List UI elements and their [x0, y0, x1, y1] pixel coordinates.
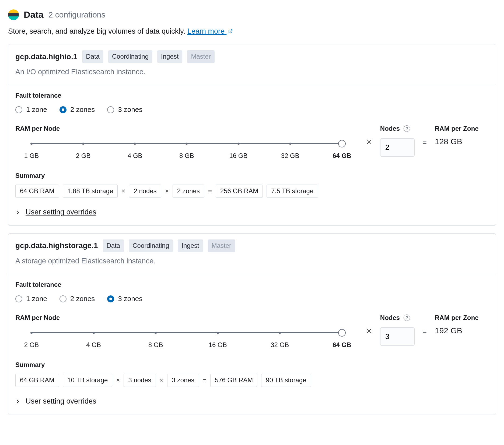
- equals-symbol: =: [208, 186, 212, 196]
- radio-icon: [15, 295, 22, 302]
- role-badge-ingest: Ingest: [178, 239, 203, 252]
- radio-icon: [60, 106, 66, 113]
- instance-description: An I/O optimized Elasticsearch instance.: [15, 67, 489, 77]
- zone-radio-label: 1 zone: [26, 294, 47, 304]
- summary-nodes: 3 nodes: [124, 374, 156, 387]
- instance-name: gcp.data.highstorage.1: [15, 240, 98, 251]
- summary-ram: 64 GB RAM: [15, 185, 59, 198]
- help-icon[interactable]: ?: [404, 125, 410, 132]
- role-badge-coordinating: Coordinating: [129, 239, 173, 252]
- ram-per-node-label: RAM per Node: [15, 124, 358, 133]
- times-symbol: ×: [165, 186, 169, 196]
- ram-per-zone-value: 192 GB: [435, 325, 489, 337]
- slider-tick-label: 16 GB: [209, 340, 227, 350]
- radio-icon: [107, 106, 114, 113]
- chevron-right-icon: [15, 209, 20, 215]
- summary-storage: 10 TB storage: [63, 374, 112, 387]
- slider-tick-label: 16 GB: [229, 151, 248, 161]
- close-x-icon: [366, 138, 372, 146]
- zone-radio-label: 2 zones: [70, 294, 95, 304]
- summary-ram: 64 GB RAM: [15, 374, 59, 387]
- nodes-label: Nodes: [380, 313, 400, 323]
- role-badge-master: Master: [208, 239, 235, 252]
- zone-radio-1[interactable]: 1 zone: [15, 105, 47, 115]
- help-icon[interactable]: ?: [404, 315, 410, 321]
- zone-radio-group: 1 zone2 zones3 zones: [15, 294, 489, 304]
- zone-radio-group: 1 zone2 zones3 zones: [15, 105, 489, 115]
- summary-nodes: 2 nodes: [129, 185, 161, 198]
- summary-zones: 2 zones: [173, 185, 204, 198]
- summary-row: 64 GB RAM 1.88 TB storage × 2 nodes × 2 …: [15, 185, 489, 198]
- times-symbol: ×: [116, 376, 120, 385]
- role-badge-ingest: Ingest: [157, 50, 182, 63]
- page-description: Store, search, and analyze big volumes o…: [8, 27, 185, 35]
- ram-per-zone-label: RAM per Zone: [435, 124, 489, 133]
- user-overrides-label: User setting overrides: [26, 207, 96, 217]
- summary-label: Summary: [15, 360, 489, 370]
- slider-tick-label: 32 GB: [281, 151, 299, 161]
- external-link-icon: [228, 26, 233, 37]
- times-symbol: ×: [121, 186, 125, 196]
- learn-more-link[interactable]: Learn more: [187, 27, 233, 35]
- role-badge-data: Data: [103, 239, 124, 252]
- radio-icon: [107, 295, 114, 302]
- summary-row: 64 GB RAM 10 TB storage × 3 nodes × 3 zo…: [15, 374, 489, 387]
- ram-slider[interactable]: 2 GB4 GB8 GB16 GB32 GB64 GB: [15, 327, 358, 352]
- instance-name: gcp.data.highio.1: [15, 51, 77, 62]
- zone-radio-label: 1 zone: [26, 105, 47, 115]
- slider-tick-label: 2 GB: [76, 151, 91, 161]
- slider-tick-label: 64 GB: [332, 340, 351, 350]
- fault-tolerance-label: Fault tolerance: [15, 280, 489, 289]
- summary-total-storage: 90 TB storage: [261, 374, 311, 387]
- user-overrides-label: User setting overrides: [26, 396, 96, 407]
- fault-tolerance-label: Fault tolerance: [15, 91, 489, 100]
- slider-tick-label: 32 GB: [271, 340, 289, 350]
- user-overrides-toggle[interactable]: User setting overrides: [15, 396, 489, 407]
- radio-icon: [60, 295, 66, 302]
- times-operator: [366, 124, 372, 148]
- learn-more-text: Learn more: [187, 27, 225, 35]
- zone-radio-3[interactable]: 3 zones: [107, 105, 142, 115]
- summary-total-ram: 256 GB RAM: [216, 185, 263, 198]
- slider-handle[interactable]: [338, 329, 346, 337]
- elastic-logo-icon: [8, 9, 19, 20]
- zone-radio-1[interactable]: 1 zone: [15, 294, 47, 304]
- instance-panel: gcp.data.highstorage.1 DataCoordinatingI…: [8, 233, 496, 415]
- zone-radio-label: 3 zones: [118, 105, 142, 115]
- times-symbol: ×: [160, 376, 163, 385]
- summary-label: Summary: [15, 171, 489, 181]
- zone-radio-2[interactable]: 2 zones: [60, 105, 95, 115]
- close-x-icon: [366, 327, 372, 335]
- instance-panel: gcp.data.highio.1 DataCoordinatingIngest…: [8, 44, 496, 226]
- slider-tick-label: 64 GB: [332, 151, 351, 161]
- times-operator: [366, 313, 372, 337]
- page-description-line: Store, search, and analyze big volumes o…: [8, 26, 496, 37]
- ram-slider[interactable]: 1 GB2 GB4 GB8 GB16 GB32 GB64 GB: [15, 138, 358, 163]
- nodes-label: Nodes: [380, 124, 400, 133]
- chevron-right-icon: [15, 398, 20, 404]
- summary-storage: 1.88 TB storage: [63, 185, 118, 198]
- slider-tick-label: 4 GB: [86, 340, 101, 350]
- nodes-input[interactable]: [380, 138, 415, 157]
- summary-total-ram: 576 GB RAM: [210, 374, 257, 387]
- zone-radio-2[interactable]: 2 zones: [60, 294, 95, 304]
- slider-tick-label: 4 GB: [128, 151, 142, 161]
- role-badge-data: Data: [82, 50, 103, 63]
- slider-tick-label: 8 GB: [148, 340, 163, 350]
- page-header: Data 2 configurations: [8, 8, 496, 21]
- user-overrides-toggle[interactable]: User setting overrides: [15, 207, 489, 217]
- zone-radio-3[interactable]: 3 zones: [107, 294, 142, 304]
- role-badge-coordinating: Coordinating: [108, 50, 152, 63]
- equals-symbol: =: [203, 376, 206, 385]
- slider-handle[interactable]: [338, 140, 346, 147]
- ram-per-zone-label: RAM per Zone: [435, 313, 489, 323]
- equals-operator: =: [423, 124, 427, 148]
- slider-tick-label: 2 GB: [24, 340, 39, 350]
- summary-total-storage: 7.5 TB storage: [267, 185, 318, 198]
- ram-per-node-label: RAM per Node: [15, 313, 358, 323]
- nodes-input[interactable]: [380, 327, 415, 346]
- summary-zones: 3 zones: [167, 374, 199, 387]
- page-title: Data: [24, 8, 44, 21]
- slider-tick-label: 8 GB: [179, 151, 194, 161]
- slider-tick-label: 1 GB: [24, 151, 39, 161]
